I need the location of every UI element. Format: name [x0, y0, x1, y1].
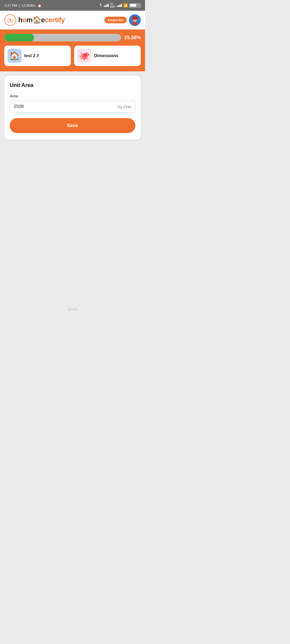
bluetooth-icon — [99, 3, 102, 8]
project-card[interactable]: 🏠 test 2 // — [4, 46, 71, 66]
status-right: VoWiFi 📶 69 — [99, 2, 141, 8]
svg-point-5 — [134, 19, 134, 20]
alarm-icon: ⏰ — [37, 3, 42, 8]
logo-e-text: e — [41, 16, 45, 24]
area-input[interactable] — [14, 104, 117, 109]
logo-house-icon: 🏠 — [32, 16, 41, 24]
status-left: 3:37 PM | 12.5KB/s ⏰ — [4, 3, 42, 8]
battery-icon: 69 — [129, 3, 141, 8]
signal-bars-2 — [117, 4, 122, 7]
cloud-icon[interactable] — [4, 14, 16, 26]
battery-percent: 69 — [137, 4, 140, 7]
project-card-icon: 🏠 — [8, 49, 21, 63]
orange-section: 25.58% 🏠 test 2 // 🐙 Dimensions — [0, 30, 145, 71]
version-text: v2.4.0 — [68, 307, 77, 311]
cards-row: 🏠 test 2 // 🐙 Dimensions — [4, 46, 141, 66]
avatar[interactable] — [129, 14, 141, 26]
logo-home-text: h — [18, 16, 22, 24]
unit-area-card: Unit Area Area Sq Feet Save — [4, 76, 141, 140]
status-data-speed: 12.5KB/s — [21, 3, 36, 8]
section-title: Unit Area — [10, 82, 135, 88]
area-unit: Sq Feet — [117, 104, 131, 109]
app-header: hom🏠ecertify Inspector — [0, 11, 145, 30]
svg-rect-7 — [133, 22, 137, 25]
area-field-label: Area — [10, 94, 135, 98]
inspector-badge[interactable]: Inspector — [104, 17, 127, 23]
content-spacer — [0, 144, 145, 278]
avatar-figure — [129, 15, 140, 25]
logo-certify-text: certify — [45, 16, 65, 24]
app-logo-text: hom🏠ecertify — [18, 16, 65, 24]
progress-fill — [4, 34, 34, 41]
project-card-label: test 2 // — [24, 53, 39, 58]
status-bar: 3:37 PM | 12.5KB/s ⏰ VoWiFi 📶 69 — [0, 0, 145, 11]
header-right: Inspector — [104, 14, 141, 26]
logo-area: hom🏠ecertify — [4, 14, 65, 26]
wifi-icon: 📶 — [123, 3, 128, 8]
progress-track — [4, 34, 121, 41]
vowifi-label: VoWiFi — [110, 2, 115, 8]
svg-rect-8 — [132, 19, 137, 19]
footer: v2.4.0 — [0, 302, 145, 317]
signal-bars — [104, 4, 109, 7]
progress-container: 25.58% — [4, 34, 141, 41]
status-separator: | — [19, 3, 20, 8]
area-input-row: Sq Feet — [10, 100, 135, 113]
status-time: 3:37 PM — [4, 3, 17, 8]
dimensions-card-label: Dimensions — [94, 53, 118, 58]
dimensions-card[interactable]: 🐙 Dimensions — [74, 46, 141, 66]
svg-point-6 — [135, 19, 136, 20]
dimensions-card-icon: 🐙 — [77, 49, 91, 63]
progress-label: 25.58% — [124, 35, 141, 41]
logo-me-text: m — [27, 16, 33, 24]
logo-o-char: o — [22, 16, 26, 24]
save-button[interactable]: Save — [10, 118, 135, 133]
